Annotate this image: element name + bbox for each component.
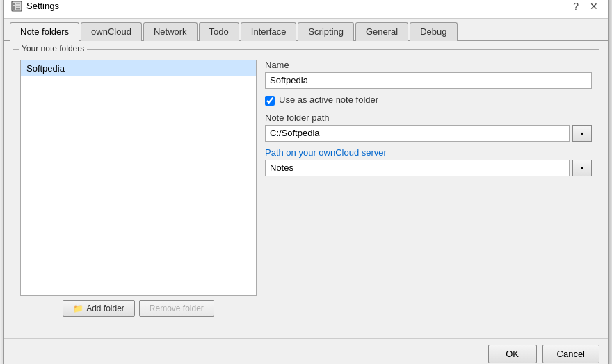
folder-item-name: Softpedia [26, 63, 65, 74]
tab-todo[interactable]: Todo [199, 22, 239, 41]
settings-icon [11, 1, 22, 12]
group-legend: Your note folders [19, 44, 87, 53]
settings-dialog: Settings ? ✕ Note foldersownCloudNetwork… [3, 0, 609, 364]
note-folders-group: Your note folders Softpedia 📁 Add folder [13, 49, 599, 324]
folder-buttons: 📁 Add folder Remove folder [20, 300, 257, 317]
tabs-bar: Note foldersownCloudNetworkTodoInterface… [4, 19, 608, 41]
folder-path-label: Note folder path [265, 113, 592, 123]
folder-list-item[interactable]: Softpedia [21, 60, 256, 76]
owncloud-path-input-row: ▪ [265, 160, 592, 176]
tab-debug[interactable]: Debug [410, 22, 457, 41]
tab-note-folders[interactable]: Note folders [10, 22, 79, 41]
ok-button[interactable]: OK [488, 345, 537, 363]
close-button[interactable]: ✕ [587, 0, 601, 13]
folder-path-browse-button[interactable]: ▪ [572, 125, 592, 142]
svg-rect-1 [13, 3, 15, 5]
remove-folder-label: Remove folder [150, 304, 204, 313]
dialog-title: Settings [26, 1, 59, 11]
name-input[interactable] [265, 72, 592, 89]
owncloud-path-label[interactable]: Path on your ownCloud server [265, 147, 592, 158]
left-panel: Softpedia 📁 Add folder Remove folder [20, 60, 257, 317]
folder-path-input[interactable] [265, 125, 570, 142]
svg-rect-2 [16, 3, 20, 4]
svg-rect-6 [16, 8, 20, 10]
right-panel: Name Use as active note folder Note fold… [265, 60, 592, 317]
main-area: Softpedia 📁 Add folder Remove folder [20, 60, 592, 317]
add-folder-label: Add folder [86, 304, 124, 313]
folder-list[interactable]: Softpedia [20, 60, 257, 296]
browse-icon: ▪ [581, 129, 583, 138]
add-folder-icon: 📁 [73, 304, 83, 313]
tab-general[interactable]: General [355, 22, 408, 41]
add-folder-button[interactable]: 📁 Add folder [63, 300, 135, 317]
titlebar-controls: ? ✕ [570, 0, 601, 13]
help-button[interactable]: ? [570, 0, 581, 13]
active-checkbox-label: Use as active note folder [279, 94, 378, 105]
active-checkbox[interactable] [265, 96, 275, 106]
cancel-button[interactable]: Cancel [542, 345, 599, 363]
svg-rect-4 [16, 6, 20, 7]
tab-interface[interactable]: Interface [241, 22, 297, 41]
tab-network[interactable]: Network [143, 22, 198, 41]
owncloud-path-browse-button[interactable]: ▪ [572, 160, 592, 176]
titlebar: Settings ? ✕ [4, 0, 608, 19]
tab-owncloud[interactable]: ownCloud [81, 22, 142, 41]
name-field-group: Name [265, 60, 592, 89]
owncloud-path-group: Path on your ownCloud server ▪ [265, 147, 592, 176]
name-label: Name [265, 60, 592, 70]
footer: OK Cancel [4, 338, 608, 365]
tab-scripting[interactable]: Scripting [298, 22, 354, 41]
folder-path-group: Note folder path ▪ [265, 113, 592, 142]
main-content: Your note folders Softpedia 📁 Add folder [4, 41, 608, 338]
svg-rect-3 [13, 6, 15, 8]
remove-folder-button[interactable]: Remove folder [139, 300, 214, 317]
folder-path-input-row: ▪ [265, 125, 592, 142]
active-checkbox-row: Use as active note folder [265, 94, 592, 107]
browse-icon-2: ▪ [581, 163, 583, 173]
titlebar-left: Settings [11, 1, 59, 12]
svg-rect-5 [13, 8, 15, 10]
owncloud-path-input[interactable] [265, 160, 570, 176]
